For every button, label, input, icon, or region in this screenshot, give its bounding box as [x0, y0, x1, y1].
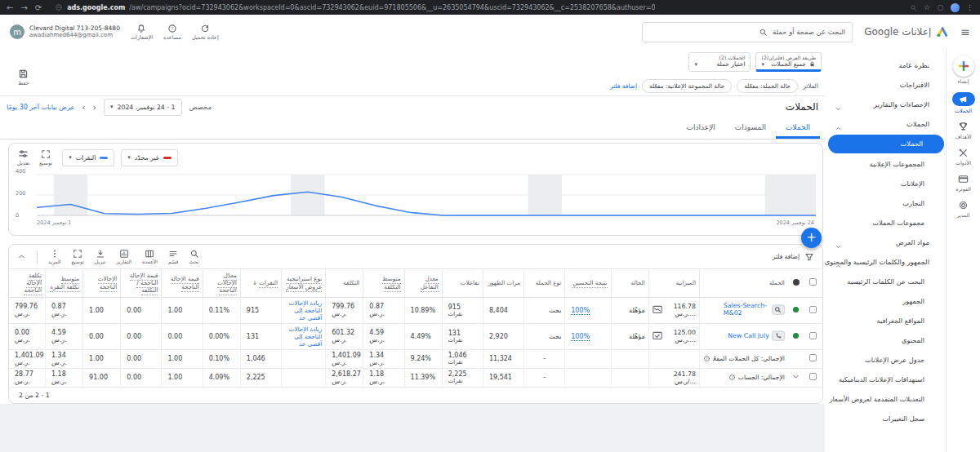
- sidebar-item[interactable]: مواد العرض: [825, 233, 946, 252]
- rail-item[interactable]: الحملات: [952, 92, 975, 113]
- prev-period-icon[interactable]: ‹: [82, 102, 85, 113]
- column-header-conversions[interactable]: الإحالات الناجحة: [83, 269, 121, 297]
- column-header-interaction_rate[interactable]: معدل التفاعل: [404, 269, 442, 297]
- sidebar-item[interactable]: المحتوى: [825, 330, 946, 350]
- sidebar-item[interactable]: الجمهور والكلمات الرئيسية والمحتوى: [825, 252, 946, 272]
- browser-reload-icon[interactable]: ⟳: [35, 3, 42, 12]
- toolbar-more-button[interactable]: المزيد: [48, 249, 61, 264]
- rail-item[interactable]: الأهداف: [955, 122, 971, 140]
- sidebar-item[interactable]: جدول عرض الإعلانات: [825, 350, 946, 370]
- filter-chip[interactable]: حالة الحملة: مفعّلة: [737, 79, 798, 93]
- sidebar-item[interactable]: استهدافات الإعلانات الديناميكية: [825, 370, 946, 389]
- account-info[interactable]: m Clevard Digital 713-205-8480 awadiahme…: [10, 24, 120, 39]
- sidebar-item[interactable]: الإعلانات: [825, 174, 946, 193]
- campaign-link[interactable]: New Call July: [728, 333, 769, 340]
- column-header-clicks[interactable]: النقرات ↓: [240, 269, 281, 297]
- sidebar-item[interactable]: الإحصاءات والتقارير: [825, 95, 946, 114]
- column-header-avg_cpc[interactable]: متوسط تكلفة النقرة: [45, 269, 82, 297]
- browser-menu-icon[interactable]: ⋮: [966, 3, 973, 11]
- select-all-checkbox[interactable]: [809, 278, 817, 286]
- sidebar-item[interactable]: المواقع الجغرافية: [825, 311, 946, 330]
- metric-selector[interactable]: النقرات▾: [62, 149, 114, 166]
- chart-adjust-button[interactable]: تعديل: [17, 148, 29, 166]
- tab-الإعدادات[interactable]: الإعدادات: [677, 123, 725, 139]
- show-last-30-days-link[interactable]: عرض بيانات آخر 30 يومًا: [7, 104, 74, 111]
- sidebar-item[interactable]: المجموعات الإعلانية: [825, 154, 946, 174]
- toolbar-segment-button[interactable]: قسّم: [168, 249, 179, 264]
- hamburger-menu-icon[interactable]: ≡: [960, 25, 970, 38]
- collapse-table-icon[interactable]: [17, 252, 26, 261]
- sidebar-item[interactable]: الحملات: [825, 114, 946, 134]
- table-add-filter-link[interactable]: إضافة فلتر: [773, 253, 800, 260]
- toolbar-download-button[interactable]: تنزيل: [95, 249, 105, 264]
- view-mode-selector[interactable]: طريقة العرض (فلتران/2) جميع الحملات ▾: [755, 52, 822, 72]
- rail-item[interactable]: الأدوات: [956, 148, 971, 166]
- budget-chart-icon[interactable]: [653, 305, 662, 315]
- column-header-type[interactable]: نوع الحملة: [524, 269, 565, 297]
- sidebar-item[interactable]: سجل التغييرات: [825, 409, 946, 428]
- column-header-cost_per_conv[interactable]: تكلفة الإحالة الناجحة: [9, 269, 45, 297]
- refresh-button[interactable]: إعادة تحميل: [192, 24, 219, 41]
- rail-item[interactable]: المدير: [957, 200, 970, 218]
- add-campaign-button[interactable]: +: [801, 228, 822, 248]
- next-period-icon[interactable]: ›: [93, 102, 96, 113]
- date-range-picker[interactable]: 1 - 24 نوفمبر، 2024 ▾: [104, 99, 182, 116]
- create-button[interactable]: [953, 55, 974, 77]
- megaphone-icon[interactable]: [952, 92, 975, 106]
- column-header-conv_value[interactable]: قيمة الإحالة الناجحة: [162, 269, 203, 297]
- rail-item[interactable]: الفوترة: [956, 174, 971, 192]
- row-checkbox[interactable]: [809, 373, 817, 380]
- help-button[interactable]: ? مساعدة: [163, 24, 181, 41]
- sidebar-item[interactable]: التجارب: [825, 193, 946, 213]
- info-icon[interactable]: ?: [703, 355, 710, 362]
- campaign-link[interactable]: Sales-Search-M&02: [724, 303, 769, 317]
- metric-selector[interactable]: غير محدّد▾: [121, 149, 178, 166]
- status-dot-header[interactable]: [793, 279, 800, 286]
- toolbar-reports-button[interactable]: التقارير: [116, 249, 131, 264]
- sidebar-item[interactable]: مجموعات الحملات: [825, 213, 946, 233]
- save-button[interactable]: حفظ: [18, 69, 29, 86]
- optimization-score-link[interactable]: 100%: [571, 333, 590, 341]
- site-info-icon[interactable]: [55, 3, 63, 11]
- column-header-bid_strategy[interactable]: نوع استراتيجية عروض الأسعار: [281, 269, 325, 297]
- sidebar-item[interactable]: الحملات: [828, 135, 944, 153]
- expand-row-icon[interactable]: [791, 372, 800, 381]
- campaign-selector[interactable]: الحملات (2) اختيار حملة ▾: [688, 52, 751, 72]
- column-header-impressions[interactable]: مرات الظهور: [483, 269, 523, 297]
- optimization-score-link[interactable]: 100%: [571, 307, 590, 315]
- sidebar-item[interactable]: البحث عن الكلمات الرئيسية: [825, 272, 946, 291]
- column-header-cost[interactable]: التكلفة: [326, 269, 363, 297]
- bookmark-star-icon[interactable]: ☆: [924, 3, 930, 11]
- toolbar-search-button[interactable]: بحث: [189, 249, 199, 264]
- chart-expand-button[interactable]: توسيع: [39, 149, 52, 166]
- browser-search-icon[interactable]: [910, 4, 917, 11]
- column-header-opt_score[interactable]: نتيجة التحسين: [565, 269, 611, 297]
- filter-funnel-icon[interactable]: [804, 252, 814, 262]
- sidebar-item[interactable]: الاقتراحات: [825, 75, 946, 95]
- bid-strategy-link[interactable]: زيادة الإحالات الناجحة إلى أقصى حد: [285, 299, 322, 321]
- filter-chip[interactable]: حالة المجموعة الإعلانية: مفعّلة: [642, 79, 732, 93]
- column-header-campaign[interactable]: الحملة: [699, 269, 787, 297]
- row-checkbox[interactable]: [809, 306, 817, 313]
- sidebar-item[interactable]: نظرة عامة: [825, 55, 946, 75]
- toolbar-columns-button[interactable]: الأعمدة: [142, 249, 158, 264]
- bid-strategy-link[interactable]: زيادة الإحالات الناجحة إلى أقصى حد: [285, 326, 322, 348]
- add-filter-link[interactable]: إضافة فلتر: [610, 82, 637, 90]
- budget-chart-icon[interactable]: [653, 331, 662, 341]
- column-header-value_per_cost[interactable]: قيمة الإحالة الناجحة / التكلفة: [121, 269, 162, 297]
- toolbar-expand-button[interactable]: توسيع: [72, 249, 84, 264]
- extensions-icon[interactable]: [937, 4, 944, 11]
- column-header-conv_rate[interactable]: معدّل الإحالات الناجحة: [203, 269, 240, 297]
- row-checkbox[interactable]: [809, 332, 817, 339]
- browser-forward-icon[interactable]: →: [20, 3, 27, 12]
- browser-back-icon[interactable]: ←: [7, 3, 13, 12]
- column-header-interactions[interactable]: تفاعلات: [442, 269, 483, 297]
- browser-profile-avatar[interactable]: [951, 3, 960, 12]
- info-icon[interactable]: ?: [728, 374, 736, 381]
- global-search-input[interactable]: البحث عن صفحة أو حملة: [642, 22, 853, 42]
- column-header-avg_cost[interactable]: متوسط التكلفة: [363, 269, 404, 297]
- column-header-status[interactable]: الحالة: [611, 269, 648, 297]
- notifications-button[interactable]: الإشعارات: [131, 24, 153, 41]
- column-header-budget[interactable]: الميزانية: [648, 269, 699, 297]
- address-bar[interactable]: ads.google.com/aw/campaigns?ocid=7329430…: [55, 3, 897, 11]
